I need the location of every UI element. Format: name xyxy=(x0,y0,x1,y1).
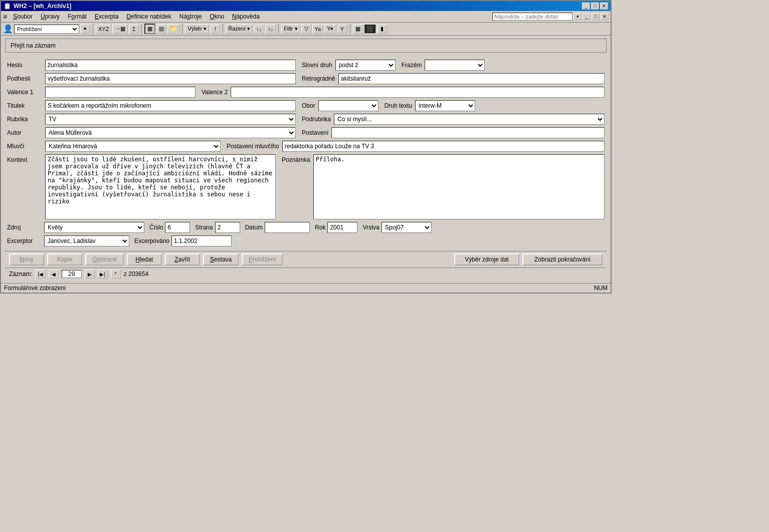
help-dropdown[interactable]: ▾ xyxy=(573,13,582,20)
toolbar-ya[interactable]: Ya xyxy=(312,25,324,34)
person-icon: 👤 xyxy=(3,24,13,34)
heslo-input[interactable] xyxy=(45,60,296,71)
odstranit-button[interactable]: Odstranit xyxy=(85,253,124,265)
toolbar-y[interactable]: Y xyxy=(337,25,347,34)
kontext-row: Kontext Zčásti jsou to lidé zkušení, ost… xyxy=(7,154,605,219)
kontext-textarea[interactable]: Zčásti jsou to lidé zkušení, ostřílení h… xyxy=(45,154,276,219)
frazem-select[interactable] xyxy=(425,60,485,71)
menu-okno[interactable]: Okno xyxy=(206,12,228,21)
status-left: Formulářové zobrazení xyxy=(4,285,66,292)
toolbar-grid[interactable]: ▤ xyxy=(156,24,166,34)
toolbar-sigma[interactable]: Σ xyxy=(129,25,139,34)
close-button[interactable]: ✕ xyxy=(600,3,608,10)
datum-input[interactable] xyxy=(265,222,310,233)
vrstva-label: Vrstva xyxy=(362,224,379,231)
retrogradne-label: Retrográdně xyxy=(302,75,335,82)
toolbar-black[interactable]: ⬛ xyxy=(364,24,376,34)
menu-excerpta[interactable]: Excerpta xyxy=(91,12,122,21)
toolbar-bar[interactable]: ▮ xyxy=(377,24,387,34)
menu-format[interactable]: Formát xyxy=(64,12,91,21)
button-bar: Nový Kopie Odstranit Hledat Zavřít Sesta… xyxy=(5,251,607,268)
autor-select[interactable]: Alena Müllerová xyxy=(45,127,296,138)
kopie-button[interactable]: Kopie xyxy=(47,253,82,265)
toolbar-xyz[interactable]: XYZ xyxy=(96,25,111,34)
toolbar-y-drop[interactable]: Y▾ xyxy=(324,24,336,34)
titulek-input[interactable] xyxy=(45,100,296,111)
toolbar-vyber[interactable]: Výběr ▾ xyxy=(185,24,209,34)
vrstva-select[interactable]: Spoj07 xyxy=(381,222,432,233)
form-section: Heslo Slovní druh podst ž Frazém Podhesl… xyxy=(5,58,607,251)
menu-definice[interactable]: Definice nabídek xyxy=(122,12,175,21)
maximize-button[interactable]: □ xyxy=(591,3,599,10)
minimize-button[interactable]: _ xyxy=(582,3,590,10)
podhesli-input[interactable] xyxy=(45,73,296,84)
nav-next[interactable]: ▶ xyxy=(85,270,95,279)
toolbar-sep-3 xyxy=(182,24,182,34)
toolbar-folder[interactable]: 📁 xyxy=(167,24,179,34)
toolbar: 👤 Prohlížení ▾ XYZ →▦ Σ ▦ ▤ 📁 Výběr ▾ ! … xyxy=(1,23,611,36)
menu-upravy[interactable]: Úpravy xyxy=(37,12,64,21)
menu-napoveda[interactable]: Nápověda xyxy=(228,12,264,21)
mluvcí-select[interactable]: Kateřina Hmarová xyxy=(45,141,221,152)
prohlizeni-button[interactable]: Prohlížení xyxy=(242,253,283,265)
toolbar-excl[interactable]: ! xyxy=(210,25,220,34)
vyber-zdroje-button[interactable]: Výběr zdroje dat xyxy=(454,253,519,265)
toolbar-sort-az[interactable]: ↑↓ xyxy=(254,25,264,34)
valence1-label: Valence 1 xyxy=(7,89,42,96)
help-input[interactable] xyxy=(492,13,572,21)
menu-icon: ≡ xyxy=(1,13,9,21)
zobrazit-button[interactable]: Zobrazit pokračování xyxy=(522,253,603,265)
zdroj-label: Zdroj xyxy=(7,224,42,231)
excerptor-select[interactable]: Janovec, Ladislav xyxy=(44,235,129,246)
menu-soubor[interactable]: Soubor xyxy=(9,12,37,21)
toolbar-form[interactable]: ▦ xyxy=(144,24,155,34)
nav-current[interactable] xyxy=(62,270,82,278)
help-restore[interactable]: □ xyxy=(592,13,600,20)
obor-select[interactable] xyxy=(318,100,378,111)
menu-nastroje[interactable]: Nástroje xyxy=(175,12,206,21)
heslo-row: Heslo Slovní druh podst ž Frazém xyxy=(7,60,605,71)
retrogradne-input[interactable] xyxy=(338,73,605,84)
title-bar-left: 📋 WH2 – [wh_Archiv1] xyxy=(4,3,71,10)
toolbar-table2[interactable]: ▦ xyxy=(353,24,363,34)
rok-input[interactable] xyxy=(327,222,357,233)
nav-star[interactable]: * xyxy=(111,270,121,279)
toolbar-table[interactable]: →▦ xyxy=(112,24,128,34)
valence1-input[interactable] xyxy=(45,87,196,98)
sestava-button[interactable]: Sestava xyxy=(203,253,239,265)
view-select[interactable]: Prohlížení xyxy=(14,25,79,34)
toolbar-razeni[interactable]: Řazení ▾ xyxy=(226,24,253,34)
poznamka-textarea[interactable]: Příloha. xyxy=(313,154,605,219)
toolbar-dropdown-btn[interactable]: ▾ xyxy=(80,24,90,34)
hledat-button[interactable]: Hledat xyxy=(127,253,162,265)
strana-input[interactable] xyxy=(215,222,240,233)
toolbar-sep-1 xyxy=(93,24,93,34)
nav-prev[interactable]: ◀ xyxy=(49,270,59,279)
valence2-input[interactable] xyxy=(231,87,605,98)
zdroj-select[interactable]: Květy xyxy=(44,222,144,233)
valence-row: Valence 1 Valence 2 xyxy=(7,87,605,98)
navigation-bar: Záznam: |◀ ◀ ▶ ▶| * z 203654 xyxy=(5,268,607,280)
toolbar-sep-5 xyxy=(278,24,279,34)
rubrika-select[interactable]: TV xyxy=(45,114,296,125)
novy-button[interactable]: Nový xyxy=(9,253,44,265)
druh-textu-select[interactable]: interw-M xyxy=(415,100,475,111)
toolbar-sep-6 xyxy=(350,24,350,34)
help-minimize[interactable]: _ xyxy=(583,13,591,20)
slovni-druh-select[interactable]: podst ž xyxy=(335,60,396,71)
zavrit-button[interactable]: Zavřít xyxy=(165,253,200,265)
postaveni-mluvcího-input[interactable] xyxy=(282,141,605,152)
cislo-input[interactable] xyxy=(165,222,190,233)
postaveni-input[interactable] xyxy=(331,127,605,138)
toolbar-filtr[interactable]: Filtr ▾ xyxy=(281,24,300,34)
autor-label: Autor xyxy=(7,129,42,136)
nav-last[interactable]: ▶| xyxy=(98,270,108,279)
toolbar-filter-down[interactable]: ▽ xyxy=(301,24,311,34)
podrubrika-select[interactable]: Co si myslí... xyxy=(334,114,605,125)
toolbar-sort-za[interactable]: ↑↓ xyxy=(265,25,276,34)
podrubrika-label: Podrubrika xyxy=(302,116,331,123)
excerpovano-input[interactable] xyxy=(171,235,232,246)
podhesli-label: Podheslí xyxy=(7,75,42,82)
nav-first[interactable]: |◀ xyxy=(36,270,46,279)
help-close[interactable]: ✕ xyxy=(601,13,609,20)
